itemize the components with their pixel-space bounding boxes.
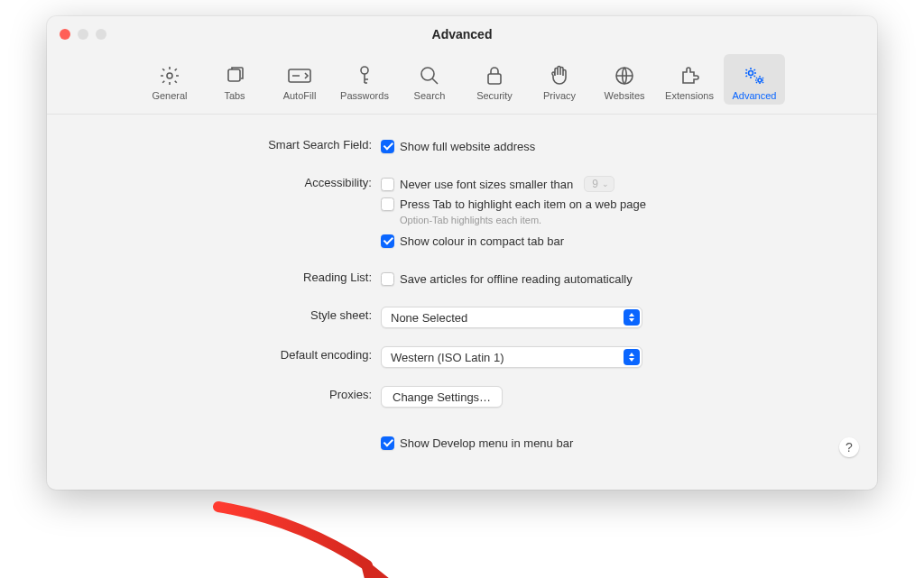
hand-icon	[550, 63, 569, 88]
style-sheet-select[interactable]: None Selected	[381, 307, 642, 328]
font-size-text: Never use font sizes smaller than	[400, 178, 573, 191]
search-icon	[419, 63, 440, 88]
key-icon	[356, 63, 374, 88]
tab-security[interactable]: Security	[464, 54, 525, 105]
puzzle-icon	[679, 63, 700, 88]
lock-icon	[485, 63, 504, 88]
updown-arrows-icon	[624, 349, 640, 365]
show-full-address-text: Show full website address	[400, 140, 535, 153]
show-develop-checkbox[interactable]	[381, 436, 394, 450]
annotation-arrow	[209, 493, 399, 578]
svg-point-8	[758, 78, 762, 82]
minimize-window-button[interactable]	[78, 29, 88, 40]
svg-point-0	[167, 73, 172, 78]
help-button[interactable]: ?	[839, 437, 859, 457]
window-title: Advanced	[47, 16, 877, 41]
content-area: Smart Search Field: Show full website ad…	[47, 115, 877, 464]
close-window-button[interactable]	[60, 29, 70, 40]
tab-privacy[interactable]: Privacy	[529, 54, 590, 105]
default-encoding-label: Default encoding:	[83, 346, 381, 362]
globe-icon	[614, 63, 635, 88]
press-tab-text: Press Tab to highlight each item on a we…	[400, 197, 646, 211]
default-encoding-select[interactable]: Western (ISO Latin 1)	[381, 346, 642, 368]
svg-rect-5	[488, 74, 501, 84]
press-tab-hint: Option-Tab highlights each item.	[381, 215, 841, 225]
gears-icon	[743, 63, 766, 88]
tabs-icon	[224, 63, 245, 88]
tab-general[interactable]: General	[139, 54, 200, 105]
tab-advanced[interactable]: Advanced	[724, 54, 785, 105]
save-offline-checkbox[interactable]	[381, 272, 394, 286]
gear-icon	[159, 63, 180, 88]
smart-search-label: Smart Search Field:	[83, 136, 381, 151]
preferences-window: Advanced General Tabs AutoFill Passwords	[47, 16, 877, 490]
accessibility-label: Accessibility:	[83, 174, 381, 189]
press-tab-checkbox[interactable]	[381, 197, 394, 211]
tab-search[interactable]: Search	[399, 54, 460, 105]
tab-extensions[interactable]: Extensions	[659, 54, 720, 105]
chevron-down-icon: ⌄	[602, 179, 609, 188]
style-sheet-label: Style sheet:	[83, 307, 381, 322]
tab-autofill[interactable]: AutoFill	[269, 54, 330, 105]
window-controls	[60, 29, 106, 40]
save-offline-text: Save articles for offline reading automa…	[400, 272, 633, 286]
tab-tabs[interactable]: Tabs	[204, 54, 265, 105]
font-size-checkbox[interactable]	[381, 178, 394, 191]
tab-websites[interactable]: Websites	[594, 54, 655, 105]
fullscreen-window-button[interactable]	[96, 29, 106, 40]
prefs-toolbar: General Tabs AutoFill Passwords Search	[47, 41, 877, 115]
svg-point-4	[421, 68, 434, 80]
svg-point-3	[361, 67, 368, 74]
svg-rect-1	[228, 69, 240, 81]
svg-marker-9	[358, 554, 390, 578]
show-full-address-checkbox[interactable]	[381, 140, 394, 153]
reading-list-label: Reading List:	[83, 269, 381, 284]
show-colour-checkbox[interactable]	[381, 234, 394, 248]
proxies-label: Proxies:	[83, 386, 381, 401]
change-settings-button[interactable]: Change Settings…	[381, 386, 503, 408]
autofill-icon	[288, 63, 311, 88]
font-size-select[interactable]: 9 ⌄	[584, 176, 614, 192]
tab-passwords[interactable]: Passwords	[334, 54, 395, 105]
updown-arrows-icon	[624, 309, 640, 326]
show-develop-text: Show Develop menu in menu bar	[400, 436, 573, 450]
svg-point-7	[749, 71, 753, 76]
show-colour-text: Show colour in compact tab bar	[400, 234, 564, 248]
